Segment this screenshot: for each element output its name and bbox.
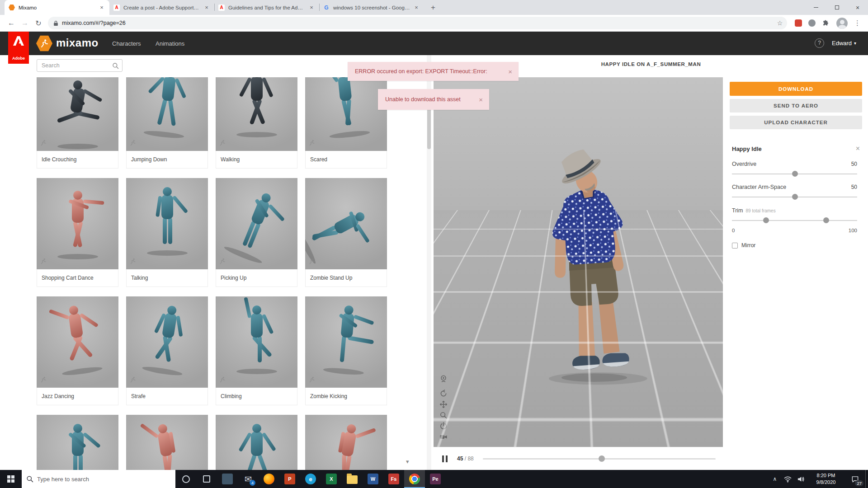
tray-expand-icon[interactable]: ∧ bbox=[769, 476, 781, 482]
trim-min: 0 bbox=[732, 228, 735, 233]
extension-icon[interactable] bbox=[795, 19, 802, 27]
animation-card[interactable]: Scared bbox=[305, 77, 387, 169]
timeline-slider[interactable] bbox=[483, 454, 716, 463]
tab-close-icon[interactable]: × bbox=[413, 4, 420, 11]
animation-card[interactable]: Talking bbox=[126, 178, 208, 287]
animation-card[interactable]: Jumping Down bbox=[126, 77, 208, 169]
taskbar-app-word[interactable]: W bbox=[363, 470, 383, 488]
taskbar-app-store[interactable] bbox=[217, 470, 238, 488]
taskbar-search-input[interactable] bbox=[37, 476, 171, 483]
nav-characters[interactable]: Characters bbox=[112, 40, 141, 47]
action-center-button[interactable]: 27 bbox=[844, 470, 865, 488]
profile-avatar[interactable] bbox=[836, 18, 848, 29]
animation-card[interactable]: Jazz Dancing bbox=[37, 296, 118, 405]
overdrive-handle[interactable] bbox=[792, 171, 798, 177]
animation-card[interactable]: Shopping Cart Dance bbox=[37, 178, 118, 287]
armspace-handle[interactable] bbox=[792, 194, 798, 200]
search-input[interactable] bbox=[37, 60, 122, 71]
task-view-button[interactable] bbox=[196, 470, 217, 488]
pan-icon[interactable] bbox=[439, 400, 448, 409]
panel-close-icon[interactable]: × bbox=[856, 145, 860, 153]
slider-track[interactable] bbox=[732, 220, 857, 221]
user-menu[interactable]: Edward ▾ bbox=[832, 40, 856, 47]
tab-mixamo[interactable]: Mixamo × bbox=[5, 0, 109, 15]
taskbar-clock[interactable]: 8:20 PM 9/8/2020 bbox=[812, 472, 840, 486]
extension-icon[interactable] bbox=[808, 19, 816, 27]
taskbar-app-chrome[interactable] bbox=[404, 470, 425, 488]
tab-close-icon[interactable]: × bbox=[308, 4, 315, 11]
pause-button[interactable] bbox=[440, 454, 450, 464]
help-icon[interactable]: ? bbox=[815, 38, 824, 48]
mirror-checkbox[interactable]: Mirror bbox=[732, 242, 868, 249]
taskbar-app-powerpoint[interactable]: P bbox=[279, 470, 300, 488]
upload-character-button[interactable]: UPLOAD CHARACTER bbox=[730, 116, 862, 129]
camera-view-icon[interactable] bbox=[439, 432, 448, 441]
reset-rotation-icon[interactable] bbox=[439, 389, 448, 398]
checkbox-box[interactable] bbox=[732, 243, 738, 249]
animation-name: Happy Idle bbox=[732, 145, 856, 152]
taskbar-app-excel[interactable]: X bbox=[321, 470, 342, 488]
nav-animations[interactable]: Animations bbox=[156, 40, 184, 47]
browser-menu-icon[interactable]: ⋮ bbox=[854, 19, 861, 27]
start-button[interactable] bbox=[0, 470, 22, 488]
mixamo-logo[interactable] bbox=[36, 35, 52, 52]
window-close-button[interactable]: × bbox=[847, 0, 868, 15]
brand-name[interactable]: mixamo bbox=[56, 37, 99, 49]
animation-search[interactable] bbox=[37, 59, 123, 72]
volume-icon[interactable] bbox=[797, 475, 805, 483]
orbit-camera-icon[interactable] bbox=[439, 374, 448, 383]
download-button[interactable]: DOWNLOAD bbox=[730, 82, 862, 96]
tab-close-icon[interactable]: × bbox=[203, 4, 210, 11]
tab-google-search[interactable]: windows 10 screenshot - Google... × bbox=[319, 0, 424, 15]
animation-card[interactable]: Picking Up bbox=[216, 178, 297, 287]
animation-card-label: Idle Crouching bbox=[37, 151, 118, 169]
animation-card[interactable]: Climbing bbox=[216, 296, 297, 405]
taskbar-app-explorer[interactable] bbox=[342, 470, 363, 488]
bookmark-star-icon[interactable]: ☆ bbox=[774, 19, 785, 27]
animation-card[interactable]: Walking bbox=[216, 77, 297, 169]
adobe-logo[interactable]: Adobe bbox=[8, 32, 29, 64]
taskbar-app-mail[interactable]: ✉4 bbox=[238, 470, 259, 488]
extensions-puzzle-icon[interactable] bbox=[822, 19, 830, 27]
animation-card[interactable]: Zombie Stand Up bbox=[305, 178, 387, 287]
taskbar-search[interactable] bbox=[22, 470, 175, 488]
cortana-button[interactable] bbox=[175, 470, 196, 488]
trim-start-handle[interactable] bbox=[763, 217, 769, 223]
animation-card[interactable]: Zombie Kicking bbox=[305, 296, 387, 405]
taskbar-app-premiere[interactable]: Pe bbox=[425, 470, 446, 488]
grid-scrollbar[interactable] bbox=[427, 55, 431, 470]
new-tab-button[interactable]: + bbox=[427, 2, 439, 14]
trim-end-handle[interactable] bbox=[823, 217, 829, 223]
send-to-aero-button[interactable]: SEND TO AERO bbox=[730, 99, 862, 113]
tab-adobe-support[interactable]: Create a post - Adobe Support C... × bbox=[109, 0, 214, 15]
refresh-button[interactable]: ↻ bbox=[32, 19, 45, 28]
tab-adobe-guidelines[interactable]: Guidelines and Tips for the Adob... × bbox=[214, 0, 319, 15]
animation-card[interactable] bbox=[126, 415, 208, 470]
address-bar[interactable]: mixamo.com/#/?page=26 ☆ bbox=[48, 17, 787, 29]
network-icon[interactable] bbox=[784, 475, 792, 483]
3d-viewport[interactable] bbox=[434, 77, 723, 447]
tab-close-icon[interactable]: × bbox=[98, 4, 105, 11]
window-maximize-button[interactable] bbox=[826, 0, 847, 15]
animation-card[interactable] bbox=[37, 415, 118, 470]
toast-close-icon[interactable]: × bbox=[508, 68, 512, 75]
show-desktop-button[interactable] bbox=[865, 470, 868, 488]
animation-card[interactable]: Idle Crouching bbox=[37, 77, 118, 169]
lock-icon[interactable] bbox=[53, 20, 58, 26]
timeline-handle[interactable] bbox=[599, 455, 605, 462]
toast-close-icon[interactable]: × bbox=[479, 96, 483, 103]
taskbar-app-firefox[interactable] bbox=[259, 470, 279, 488]
reset-view-icon[interactable] bbox=[439, 422, 448, 431]
window-minimize-button[interactable] bbox=[806, 0, 826, 15]
taskbar-app-fs[interactable]: Fs bbox=[383, 470, 404, 488]
forward-button[interactable]: → bbox=[18, 19, 32, 27]
animation-card[interactable] bbox=[305, 415, 387, 470]
taskbar-app-edge[interactable]: e bbox=[300, 470, 321, 488]
armspace-slider[interactable] bbox=[732, 194, 857, 200]
trim-slider[interactable] bbox=[732, 217, 857, 223]
animation-card[interactable]: Strafe bbox=[126, 296, 208, 405]
zoom-icon[interactable] bbox=[439, 411, 448, 420]
overdrive-slider[interactable] bbox=[732, 171, 857, 177]
animation-card[interactable] bbox=[216, 415, 297, 470]
back-button[interactable]: ← bbox=[5, 19, 18, 27]
